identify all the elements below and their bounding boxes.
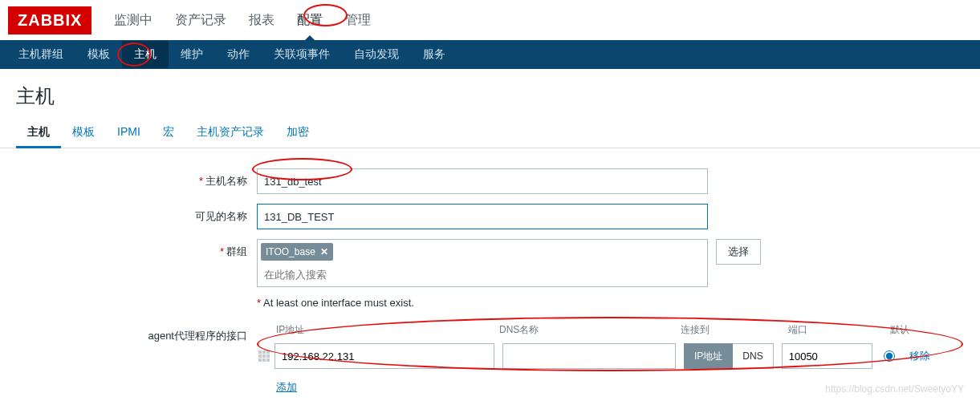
tab-ipmi[interactable]: IPMI xyxy=(106,119,152,148)
input-interface-ip[interactable] xyxy=(274,343,494,369)
group-tag[interactable]: ITOO_base ✕ xyxy=(261,243,333,261)
main-nav-administration[interactable]: 管理 xyxy=(334,2,382,38)
label-agent-interface: agent代理程序的接口 xyxy=(16,323,257,343)
header-ip: IP地址 xyxy=(276,323,499,337)
label-visiblename: 可见的名称 xyxy=(16,204,257,224)
connect-to-group: IP地址 DNS xyxy=(684,343,774,369)
header-dns: DNS名称 xyxy=(499,323,681,337)
main-nav-inventory[interactable]: 资产记录 xyxy=(164,2,238,38)
input-interface-port[interactable] xyxy=(782,343,872,369)
sub-nav-hosts[interactable]: 主机 xyxy=(122,41,169,68)
main-nav-monitoring[interactable]: 监测中 xyxy=(103,2,164,38)
connect-dns-button[interactable]: DNS xyxy=(733,343,773,369)
groups-multiselect[interactable]: ITOO_base ✕ xyxy=(257,239,708,287)
sub-nav-hostgroups[interactable]: 主机群组 xyxy=(6,41,75,68)
connect-ip-button[interactable]: IP地址 xyxy=(684,343,733,369)
group-tag-label: ITOO_base xyxy=(266,246,315,257)
tab-macros[interactable]: 宏 xyxy=(152,119,185,148)
input-visiblename[interactable] xyxy=(257,204,708,229)
groups-search-input[interactable] xyxy=(258,264,707,286)
tab-inventory[interactable]: 主机资产记录 xyxy=(185,119,275,148)
sub-nav-maintenance[interactable]: 维护 xyxy=(169,41,215,68)
tab-encryption[interactable]: 加密 xyxy=(275,119,320,148)
page-title: 主机 xyxy=(0,69,980,119)
host-form: *主机名称 可见的名称 *群组 ITOO_base ✕ 选择 xyxy=(0,148,980,405)
tab-templates[interactable]: 模板 xyxy=(61,119,106,148)
header-default: 默认 xyxy=(890,323,909,337)
main-nav: 监测中 资产记录 报表 配置 管理 xyxy=(103,2,382,38)
top-header: ZABBIX 监测中 资产记录 报表 配置 管理 xyxy=(0,0,980,40)
host-tabs: 主机 模板 IPMI 宏 主机资产记录 加密 xyxy=(0,119,980,148)
header-port: 端口 xyxy=(788,323,890,337)
sub-nav: 主机群组 模板 主机 维护 动作 关联项事件 自动发现 服务 xyxy=(0,40,980,69)
input-interface-dns[interactable] xyxy=(502,343,676,369)
sub-nav-services[interactable]: 服务 xyxy=(411,41,457,68)
input-hostname[interactable] xyxy=(257,168,708,194)
main-nav-configuration[interactable]: 配置 xyxy=(286,2,334,38)
sub-nav-actions[interactable]: 动作 xyxy=(215,41,262,68)
radio-default-interface[interactable] xyxy=(884,350,895,362)
row-agent-interface: agent代理程序的接口 IP地址 DNS名称 连接到 端口 默认 IP地址 D… xyxy=(16,323,964,395)
group-tag-remove-icon[interactable]: ✕ xyxy=(320,246,328,257)
logo[interactable]: ZABBIX xyxy=(8,6,91,34)
row-interface-hint: *At least one interface must exist. xyxy=(16,297,964,309)
label-hostname: *主机名称 xyxy=(16,168,257,188)
header-connect: 连接到 xyxy=(681,323,788,337)
sub-nav-discovery[interactable]: 自动发现 xyxy=(342,41,411,68)
drag-handle-icon[interactable] xyxy=(257,350,274,362)
interface-headers: IP地址 DNS名称 连接到 端口 默认 xyxy=(276,323,909,337)
groups-select-button[interactable]: 选择 xyxy=(716,239,761,265)
row-groups: *群组 ITOO_base ✕ 选择 xyxy=(16,239,964,287)
sub-nav-templates[interactable]: 模板 xyxy=(75,41,122,68)
interface-row: IP地址 DNS 移除 xyxy=(257,343,930,369)
watermark-text: https://blog.csdn.net/SweetyoYY xyxy=(825,383,964,395)
label-groups: *群组 xyxy=(16,239,257,259)
sub-nav-correlation[interactable]: 关联项事件 xyxy=(262,41,342,68)
row-visiblename: 可见的名称 xyxy=(16,204,964,229)
row-hostname: *主机名称 xyxy=(16,168,964,194)
interface-hint: *At least one interface must exist. xyxy=(257,297,414,309)
tab-host[interactable]: 主机 xyxy=(16,119,61,148)
add-interface-link[interactable]: 添加 xyxy=(276,380,297,395)
main-nav-reports[interactable]: 报表 xyxy=(238,2,286,38)
remove-interface-link[interactable]: 移除 xyxy=(909,349,930,363)
